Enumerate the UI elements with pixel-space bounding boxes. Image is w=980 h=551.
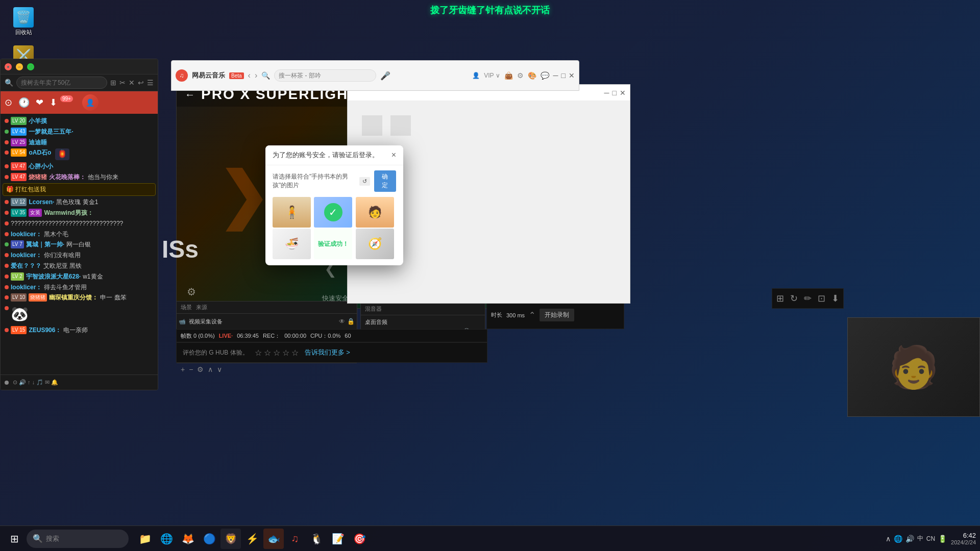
desktop-icon-recycle[interactable]: 🗑️ 回收站 xyxy=(5,5,42,38)
taskbar-app-firefox[interactable]: 🦊 xyxy=(178,529,198,549)
verify-cell-1[interactable]: 🧍 xyxy=(273,197,311,228)
msg-dot-12 xyxy=(5,253,9,257)
verify-cell-2[interactable]: 📚 ✓ xyxy=(314,197,352,228)
music-bag-icon[interactable]: 👜 xyxy=(504,71,513,80)
obs-remove-btn[interactable]: − xyxy=(189,365,193,373)
obs-add-btn[interactable]: + xyxy=(181,365,185,373)
tray-speaker-icon[interactable]: 🔊 xyxy=(905,535,914,543)
music-skin-icon[interactable]: 🎨 xyxy=(528,71,536,80)
music-mic-icon[interactable]: 🎤 xyxy=(380,71,390,81)
msg-text-10: 黑木个毛 xyxy=(44,230,68,239)
tools-icon[interactable]: ✂ xyxy=(119,79,126,87)
chat-message-18: LV 15 ZEUS906： 电一亲师 xyxy=(3,325,156,336)
settings-icon[interactable]: ⚙ xyxy=(187,286,196,298)
msg-name-15: looklicer： xyxy=(11,283,42,292)
music-settings-icon[interactable]: ⚙ xyxy=(517,71,524,80)
wegame-close-btn[interactable]: ✕ xyxy=(620,89,626,97)
history-icon[interactable]: 🕐 xyxy=(18,97,30,108)
chat-message-4: LV 54 oAD石o 🏮 xyxy=(3,147,156,161)
window-min-btn[interactable]: – xyxy=(16,63,23,70)
taskbar-app-qq[interactable]: 🐧 xyxy=(306,529,327,549)
music-back-btn[interactable]: ‹ xyxy=(248,71,251,80)
source-eye-1[interactable]: 👁 xyxy=(339,318,345,325)
start-record-btn[interactable]: 开始录制 xyxy=(540,309,574,321)
crop-icon[interactable]: ⊡ xyxy=(818,293,825,304)
status-indicator xyxy=(5,381,9,385)
verify-cell-4[interactable]: 🍜 xyxy=(273,229,311,259)
music-user-icon[interactable]: 👤 xyxy=(472,72,480,79)
music-close-btn[interactable]: ✕ xyxy=(569,71,575,80)
refresh-captcha-btn[interactable]: ↺ xyxy=(359,177,370,186)
follow-icon[interactable]: ❤ xyxy=(36,97,43,108)
verify-confirm-btn[interactable]: 确定 xyxy=(374,170,396,192)
tray-up-arrow[interactable]: ∧ xyxy=(886,535,891,543)
ghub-more-btn[interactable]: 告诉我们更多 > xyxy=(305,348,350,357)
wegame-max-btn[interactable]: □ xyxy=(612,89,617,97)
wegame-min-btn[interactable]: ─ xyxy=(604,89,609,97)
msg-name-14: 宇智波浪派大星628· xyxy=(26,272,81,281)
taskbar-app-game1[interactable]: ⚡ xyxy=(242,529,262,549)
verify-cell-6[interactable]: 🧭 xyxy=(356,229,394,259)
source-lock-1[interactable]: 🔒 xyxy=(347,318,355,325)
music-max-btn[interactable]: □ xyxy=(561,71,566,80)
music-search-input[interactable] xyxy=(274,69,376,82)
star-5[interactable]: ☆ xyxy=(291,348,299,358)
rank-badge-16: LV 10 xyxy=(11,293,27,302)
star-3[interactable]: ☆ xyxy=(273,348,280,358)
music-min-btn[interactable]: ─ xyxy=(553,71,558,80)
obs-settings-btn[interactable]: ⚙ xyxy=(197,365,204,373)
taskbar-app-chrome[interactable]: 🔵 xyxy=(199,529,219,549)
star-4[interactable]: ☆ xyxy=(282,348,289,358)
tray-battery-icon[interactable]: 🔋 xyxy=(938,535,947,543)
search-icon-music[interactable]: 🔍 xyxy=(261,71,270,80)
download-icon[interactable]: ⬇ xyxy=(831,293,839,304)
msg-name-5: 心胖小小 xyxy=(29,162,53,171)
taskbar-app-brave[interactable]: 🦁 xyxy=(220,529,241,549)
taskbar-app-douyu[interactable]: 🐟 xyxy=(263,529,284,549)
music-window-ctrls: ─ □ ✕ xyxy=(553,71,575,80)
download-icon[interactable]: ⬇ xyxy=(50,97,57,108)
verify-cell-5[interactable]: 验证成功！ xyxy=(314,229,352,259)
music-chat-icon[interactable]: 💬 xyxy=(541,71,549,80)
verify-cell-3[interactable]: 🧑 xyxy=(356,197,394,228)
tray-ime-icon[interactable]: 中 xyxy=(917,534,923,543)
edit-icon[interactable]: ✏ xyxy=(804,293,812,304)
tray-keyboard-icon[interactable]: CN xyxy=(926,535,935,542)
system-clock[interactable]: 6:42 2024/2/24 xyxy=(951,532,976,545)
user-avatar[interactable]: 👤 xyxy=(82,94,99,111)
music-forward-btn[interactable]: › xyxy=(255,71,257,80)
obs-down-btn[interactable]: ∨ xyxy=(217,365,222,373)
msg-text-6: 他当与你来 xyxy=(88,173,118,182)
search-icon[interactable]: 🔍 xyxy=(5,79,13,87)
star-2[interactable]: ☆ xyxy=(264,348,271,358)
time-adjust-icon[interactable]: ⌃ xyxy=(529,310,535,320)
chat-search-input[interactable] xyxy=(16,77,107,89)
taskbar-app-notes[interactable]: 📝 xyxy=(328,529,348,549)
grid-icon[interactable]: ⊞ xyxy=(110,79,116,87)
taskbar-app-game2[interactable]: 🎯 xyxy=(349,529,370,549)
window-close-btn[interactable]: ● xyxy=(5,63,12,70)
verify-close-btn[interactable]: × xyxy=(391,151,396,160)
time-display-bar: 时长 300 ms ⌃ 开始录制 xyxy=(486,301,624,329)
menu-icon[interactable]: ☰ xyxy=(147,79,154,87)
start-button[interactable]: ⊞ xyxy=(4,529,24,549)
layout-icon[interactable]: ⊞ xyxy=(776,293,784,304)
taskbar-app-explorer[interactable]: 📁 xyxy=(135,529,155,549)
verify-prompt-area: 请选择最符合"手持书本的男孩"的图片 ↺ 确定 xyxy=(265,165,403,195)
star-1[interactable]: ☆ xyxy=(255,348,262,358)
chat-bottom-bar: ⊙ 🔊 ↑ ↓ 🎵 ✉ 🔔 xyxy=(1,374,158,390)
refresh-icon[interactable]: ↻ xyxy=(790,293,798,304)
obs-up-btn[interactable]: ∧ xyxy=(208,365,213,373)
chat-search-btn[interactable]: ⊙ xyxy=(5,97,12,108)
tray-network-icon[interactable]: 🌐 xyxy=(894,535,902,543)
clock-date: 2024/2/24 xyxy=(951,539,976,545)
msg-dot-6 xyxy=(5,175,9,179)
msg-name-3: 迪迪睡 xyxy=(29,138,47,147)
taskbar-search-area[interactable]: 🔍 搜索 xyxy=(27,530,129,548)
undo-icon[interactable]: ↩ xyxy=(138,79,144,87)
taskbar-app-music[interactable]: ♫ xyxy=(285,529,305,549)
window-max-btn[interactable]: □ xyxy=(27,63,34,70)
cross-icon[interactable]: ✕ xyxy=(129,79,135,87)
taskbar-app-edge[interactable]: 🌐 xyxy=(156,529,177,549)
mixer-label: 混音器 xyxy=(365,306,382,312)
